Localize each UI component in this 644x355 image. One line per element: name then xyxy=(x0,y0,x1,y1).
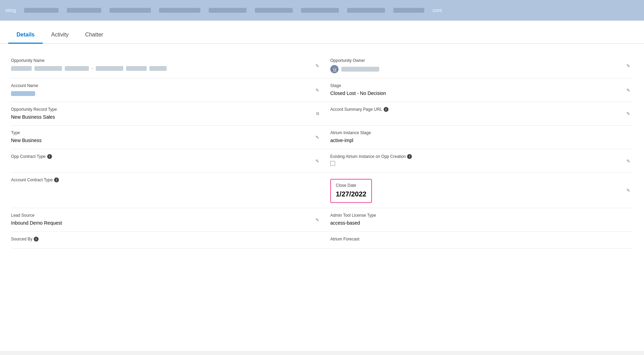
label-atrium-instance-stage: Atrium Instance Stage xyxy=(330,130,627,135)
label-opportunity-owner: Opportunity Owner xyxy=(330,58,627,63)
nav-blurred-9[interactable] xyxy=(393,8,424,13)
value-close-date: 1/27/2022 xyxy=(336,189,366,199)
account-name-blurred[interactable] xyxy=(11,91,35,96)
label-existing-atrium-instance: Existing Atrium Instance on Opp Creation… xyxy=(330,154,627,159)
field-close-date: Close Date 1/27/2022 ✎ xyxy=(322,173,633,208)
label-admin-tool-license-type: Admin Tool License Type xyxy=(330,213,627,218)
tab-activity[interactable]: Activity xyxy=(43,28,77,44)
nav-item-meeting[interactable]: eting xyxy=(6,8,16,13)
nav-blurred-1[interactable] xyxy=(24,8,59,13)
value-opportunity-name: - xyxy=(11,65,308,72)
top-nav: eting cont xyxy=(0,0,644,21)
field-existing-atrium-instance: Existing Atrium Instance on Opp Creation… xyxy=(322,149,633,173)
edit-opportunity-name-icon[interactable]: ✎ xyxy=(315,63,319,68)
info-opp-contract-type-icon[interactable]: i xyxy=(47,154,52,159)
close-date-highlight: Close Date 1/27/2022 xyxy=(330,179,372,203)
nav-blurred-5[interactable] xyxy=(209,8,247,13)
label-account-name: Account Name xyxy=(11,83,308,88)
info-existing-atrium-instance-icon[interactable]: i xyxy=(407,154,412,159)
nav-blurred-2[interactable] xyxy=(67,8,101,13)
field-stage: Stage Closed Lost - No Decision ✎ xyxy=(322,78,633,102)
copy-opportunity-record-type-icon[interactable]: ⧉ xyxy=(316,111,319,116)
field-atrium-forecast: Atrium Forecast xyxy=(322,232,633,249)
nav-item-cont[interactable]: cont xyxy=(433,8,442,13)
nav-blurred-7[interactable] xyxy=(301,8,339,13)
edit-close-date-icon[interactable]: ✎ xyxy=(626,188,630,193)
field-sourced-by: Sourced By i xyxy=(11,232,322,249)
nav-blurred-3[interactable] xyxy=(110,8,151,13)
tabs-bar: Details Activity Chatter xyxy=(0,21,644,44)
field-opportunity-record-type: Opportunity Record Type New Business Sal… xyxy=(11,102,322,126)
value-admin-tool-license-type: access-based xyxy=(330,220,627,227)
label-opportunity-name: Opportunity Name xyxy=(11,58,308,63)
field-opportunity-owner: Opportunity Owner 🤖 ✎ xyxy=(322,53,633,78)
field-opp-contract-type: Opp Contract Type i ✎ xyxy=(11,149,322,173)
info-accord-summary-url-icon[interactable]: i xyxy=(384,107,388,112)
avatar: 🤖 xyxy=(330,65,339,73)
label-accord-summary-url: Accord Summary Page URL i xyxy=(330,107,627,112)
info-sourced-by-icon[interactable]: i xyxy=(34,237,39,241)
existing-atrium-checkbox[interactable] xyxy=(330,161,335,166)
tab-chatter[interactable]: Chatter xyxy=(77,28,111,44)
field-opportunity-name: Opportunity Name - ✎ xyxy=(11,53,322,78)
nav-blurred-4[interactable] xyxy=(159,8,200,13)
value-opportunity-record-type: New Business Sales xyxy=(11,114,308,121)
value-stage: Closed Lost - No Decision xyxy=(330,90,627,97)
field-atrium-instance-stage: Atrium Instance Stage active-impl xyxy=(322,126,633,149)
field-lead-source: Lead Source Inbound Demo Request ✎ xyxy=(11,208,322,232)
edit-account-name-icon[interactable]: ✎ xyxy=(315,87,319,93)
edit-existing-atrium-icon[interactable]: ✎ xyxy=(626,158,630,163)
details-grid: Opportunity Name - ✎ Opportunity Owner 🤖 xyxy=(0,44,644,258)
value-account-name xyxy=(11,90,308,97)
label-atrium-forecast: Atrium Forecast xyxy=(330,237,627,241)
field-accord-summary-url: Accord Summary Page URL i ✎ xyxy=(322,102,633,126)
edit-accord-summary-url-icon[interactable]: ✎ xyxy=(626,111,630,116)
owner-name-blurred xyxy=(341,67,379,72)
owner-row: 🤖 xyxy=(330,65,627,73)
field-admin-tool-license-type: Admin Tool License Type access-based xyxy=(322,208,633,232)
field-account-contract-type: Account Contract Type i xyxy=(11,173,322,208)
label-sourced-by: Sourced By i xyxy=(11,237,308,241)
label-type: Type xyxy=(11,130,308,135)
edit-type-icon[interactable]: ✎ xyxy=(315,135,319,140)
edit-opportunity-owner-icon[interactable]: ✎ xyxy=(626,63,630,68)
info-account-contract-type-icon[interactable]: i xyxy=(54,178,59,182)
value-existing-atrium-instance xyxy=(330,161,627,168)
label-stage: Stage xyxy=(330,83,627,88)
label-account-contract-type: Account Contract Type i xyxy=(11,178,308,182)
edit-lead-source-icon[interactable]: ✎ xyxy=(315,217,319,223)
label-opportunity-record-type: Opportunity Record Type xyxy=(11,107,308,112)
field-account-name: Account Name ✎ xyxy=(11,78,322,102)
nav-blurred-6[interactable] xyxy=(255,8,293,13)
main-content: Details Activity Chatter Opportunity Nam… xyxy=(0,21,644,351)
label-opp-contract-type: Opp Contract Type i xyxy=(11,154,308,159)
value-type: New Business xyxy=(11,137,308,144)
field-type: Type New Business ✎ xyxy=(11,126,322,149)
edit-opp-contract-type-icon[interactable]: ✎ xyxy=(315,158,319,163)
label-lead-source: Lead Source xyxy=(11,213,308,218)
value-lead-source: Inbound Demo Request xyxy=(11,220,308,227)
edit-stage-icon[interactable]: ✎ xyxy=(626,87,630,93)
value-atrium-instance-stage: active-impl xyxy=(330,137,627,144)
label-close-date: Close Date xyxy=(336,183,366,188)
tab-details[interactable]: Details xyxy=(8,28,43,44)
nav-blurred-8[interactable] xyxy=(347,8,385,13)
